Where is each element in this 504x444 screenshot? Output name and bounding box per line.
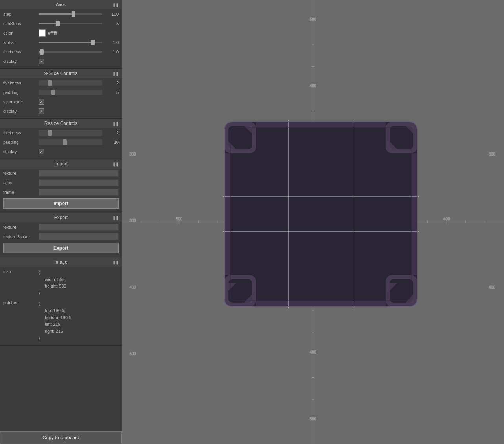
axes-section: Axes ❚❚ step 100 subSteps 5	[0, 0, 122, 69]
nine-slice-header: 9-Slice Controls ❚❚	[0, 69, 122, 78]
import-atlas-label: atlas	[3, 180, 39, 185]
resize-thickness-label: thickness	[3, 130, 39, 135]
axes-display-checkbox[interactable]: ✓	[39, 59, 44, 64]
image-size-open: {	[39, 269, 119, 276]
copy-to-clipboard-button[interactable]: Copy to clipboard	[0, 431, 122, 444]
resize-padding-label: padding	[3, 140, 39, 145]
image-size-height: height: 536	[39, 283, 119, 290]
resize-display-row: display ✓	[0, 147, 122, 156]
axes-substeps-slider[interactable]	[39, 23, 102, 24]
resize-display-label: display	[3, 149, 39, 154]
export-button[interactable]: Export	[3, 243, 119, 253]
resize-thickness-row: thickness 2	[0, 128, 122, 138]
svg-rect-69	[256, 301, 386, 306]
image-patches-bottom: bottom: 196.5,	[39, 314, 119, 321]
axes-thickness-row: thickness 1.0	[0, 47, 122, 57]
export-header: Export ❚❚	[0, 213, 122, 222]
resize-collapse-icon[interactable]: ❚❚	[112, 121, 119, 126]
axes-color-row: color #ffffff	[0, 28, 122, 38]
nine-slice-collapse-icon[interactable]: ❚❚	[112, 72, 119, 76]
resize-padding-row: padding 10	[0, 138, 122, 147]
canvas-area: 500 400 300 300 400 500 400 500 300 400	[122, 0, 504, 444]
resize-thickness-value: 2	[105, 130, 119, 135]
resize-display-checkbox[interactable]: ✓	[39, 149, 44, 154]
import-texture-input[interactable]	[39, 170, 119, 177]
export-texture-row: texture	[0, 222, 122, 232]
axes-color-hex: #ffffff	[48, 31, 57, 35]
import-atlas-input[interactable]	[39, 179, 119, 186]
svg-text:500: 500	[310, 417, 316, 421]
nine-slice-padding-value: 5	[105, 90, 119, 95]
import-collapse-icon[interactable]: ❚❚	[112, 162, 119, 166]
axes-substeps-value: 5	[105, 21, 119, 26]
image-size-close: }	[39, 290, 119, 297]
export-title: Export	[54, 215, 68, 220]
axes-step-value: 100	[105, 12, 119, 17]
import-atlas-row: atlas	[0, 178, 122, 187]
nine-slice-symmetric-label: symmetric	[3, 99, 39, 104]
axes-collapse-icon[interactable]: ❚❚	[112, 3, 119, 7]
nine-slice-thickness-label: thickness	[3, 81, 39, 85]
image-patches-json: { top: 196.5, bottom: 196.5, left: 215, …	[39, 300, 119, 342]
svg-text:400: 400	[310, 350, 316, 354]
resize-title: Resize Controls	[44, 121, 78, 126]
nine-slice-display-checkbox[interactable]: ✓	[39, 108, 44, 114]
left-panel: Axes ❚❚ step 100 subSteps 5	[0, 0, 122, 444]
axes-thickness-label: thickness	[3, 50, 39, 54]
axes-header: Axes ❚❚	[0, 0, 122, 9]
resize-thickness-slider[interactable]	[39, 130, 102, 136]
axes-color-label: color	[3, 31, 39, 35]
import-frame-row: frame	[0, 187, 122, 197]
resize-padding-slider[interactable]	[39, 139, 102, 145]
image-patches-right: right: 215	[39, 328, 119, 335]
svg-text:300: 300	[489, 152, 495, 156]
import-button[interactable]: Import	[3, 198, 119, 209]
image-title: Image	[54, 259, 67, 265]
svg-rect-68	[256, 122, 386, 127]
axes-step-row: step 100	[0, 9, 122, 19]
nine-slice-padding-row: padding 5	[0, 88, 122, 97]
resize-padding-value: 10	[105, 140, 119, 145]
nine-slice-display-label: display	[3, 109, 39, 114]
image-patches-left: left: 215,	[39, 321, 119, 328]
nine-slice-symmetric-checkbox[interactable]: ✓	[39, 99, 44, 105]
nine-slice-thickness-value: 2	[105, 81, 119, 85]
image-patches-label: patches	[3, 300, 39, 305]
resize-header: Resize Controls ❚❚	[0, 119, 122, 128]
image-size-label: size	[3, 269, 39, 274]
export-texture-input[interactable]	[39, 224, 119, 231]
import-frame-label: frame	[3, 190, 39, 194]
import-frame-input[interactable]	[39, 189, 119, 196]
image-collapse-icon[interactable]: ❚❚	[112, 260, 119, 264]
export-texturepacker-input[interactable]	[39, 233, 119, 240]
image-patches-close: }	[39, 335, 119, 342]
axes-color-swatch[interactable]	[39, 29, 46, 37]
axes-display-row: display ✓	[0, 57, 122, 66]
svg-rect-70	[224, 153, 230, 275]
svg-text:400: 400	[489, 285, 495, 290]
svg-text:500: 500	[310, 17, 316, 22]
axes-step-slider[interactable]	[39, 13, 102, 15]
nine-slice-display-row: display ✓	[0, 106, 122, 116]
axes-thickness-slider[interactable]	[39, 51, 102, 53]
image-size-json: { width: 555, height: 536 }	[39, 269, 119, 297]
svg-text:300: 300	[129, 152, 136, 156]
image-header: Image ❚❚	[0, 257, 122, 267]
nine-slice-padding-label: padding	[3, 90, 39, 95]
axes-alpha-slider[interactable]	[39, 42, 102, 43]
svg-rect-71	[412, 153, 417, 275]
nine-slice-padding-slider[interactable]	[39, 90, 102, 95]
export-texture-label: texture	[3, 225, 39, 229]
axes-substeps-label: subSteps	[3, 21, 39, 26]
axes-display-label: display	[3, 59, 39, 64]
import-section: Import ❚❚ texture atlas frame Import	[0, 159, 122, 213]
nine-slice-thickness-row: thickness 2	[0, 78, 122, 88]
svg-text:400: 400	[310, 84, 316, 88]
nine-slice-thickness-slider[interactable]	[39, 80, 102, 86]
nine-slice-title: 9-Slice Controls	[44, 71, 78, 76]
export-texturepacker-label: texturePacker	[3, 234, 39, 239]
svg-text:400: 400	[129, 285, 136, 290]
export-collapse-icon[interactable]: ❚❚	[112, 216, 119, 220]
import-title: Import	[54, 161, 68, 167]
image-size-row: size { width: 555, height: 536 }	[0, 267, 122, 298]
